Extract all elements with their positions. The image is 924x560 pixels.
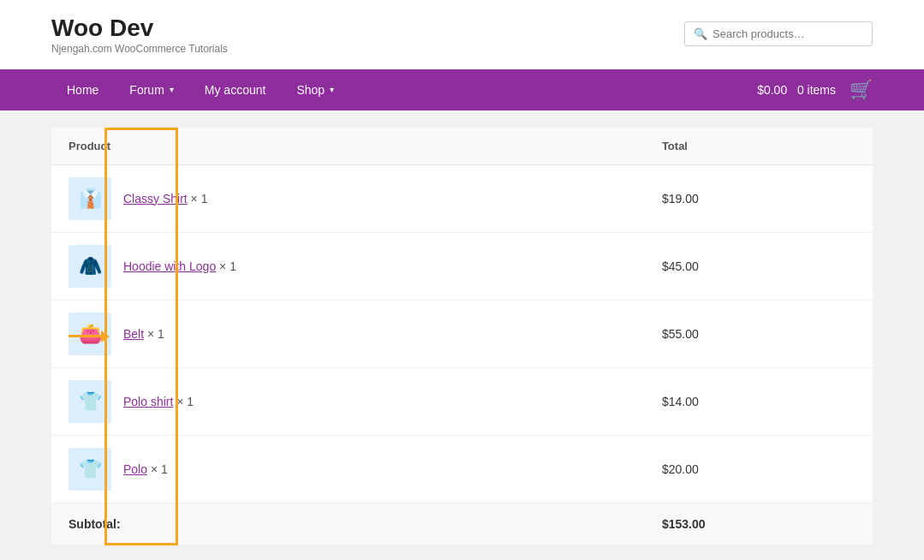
product-image-1: 🧥 xyxy=(69,245,111,288)
cart-total: $0.00 0 items xyxy=(757,83,836,97)
nav-item-home[interactable]: Home xyxy=(51,69,114,110)
table-row: 👕 Polo × 1 $20.00 xyxy=(51,435,873,503)
nav-left: Home Forum ▾ My account Shop ▾ xyxy=(51,69,349,110)
subtotal-value: $153.00 xyxy=(645,503,873,545)
product-link-3[interactable]: Polo shirt xyxy=(123,395,173,408)
product-price-0: $19.00 xyxy=(645,164,873,232)
product-cell-4: 👕 Polo × 1 xyxy=(51,435,645,503)
table-row: 👕 Polo shirt × 1 $14.00 xyxy=(51,367,873,435)
product-price-4: $20.00 xyxy=(645,435,873,503)
product-price-2: $55.00 xyxy=(645,300,873,367)
arrow-head xyxy=(101,331,110,343)
product-qty-4: × 1 xyxy=(151,462,168,476)
site-branding: Woo Dev Njengah.com WooCommerce Tutorial… xyxy=(51,14,228,55)
annotation-wrapper: Product Total 👔 Classy Shirt × 1 $19.00 xyxy=(51,128,873,545)
col-header-product: Product xyxy=(51,128,645,165)
product-image-0: 👔 xyxy=(69,177,111,220)
table-row: 👛 Belt × 1 $55.00 xyxy=(51,300,873,367)
product-qty-2: × 1 xyxy=(147,327,164,341)
chevron-down-icon: ▾ xyxy=(330,85,334,94)
product-cell-1: 🧥 Hoodie with Logo × 1 xyxy=(51,232,645,300)
search-input[interactable] xyxy=(712,27,863,40)
nav-item-shop[interactable]: Shop ▾ xyxy=(281,69,349,110)
main-nav: Home Forum ▾ My account Shop ▾ $0.00 0 i… xyxy=(0,69,924,110)
col-header-total: Total xyxy=(645,128,873,165)
nav-right: $0.00 0 items 🛒 xyxy=(757,79,873,101)
product-cell-2: 👛 Belt × 1 xyxy=(51,300,645,367)
product-qty-0: × 1 xyxy=(191,192,208,206)
site-title: Woo Dev xyxy=(51,14,228,43)
product-link-2[interactable]: Belt xyxy=(123,327,144,341)
cart-table: Product Total 👔 Classy Shirt × 1 $19.00 xyxy=(51,128,873,545)
product-image-4: 👕 xyxy=(69,448,111,491)
arrow-indicator xyxy=(69,331,110,343)
site-subtitle: Njengah.com WooCommerce Tutorials xyxy=(51,43,228,55)
product-cell-0: 👔 Classy Shirt × 1 xyxy=(51,164,645,232)
product-qty-3: × 1 xyxy=(176,395,194,408)
site-header: Woo Dev Njengah.com WooCommerce Tutorial… xyxy=(0,0,924,69)
product-qty-1: × 1 xyxy=(219,259,236,273)
table-row: 👔 Classy Shirt × 1 $19.00 xyxy=(51,164,873,232)
nav-item-myaccount[interactable]: My account xyxy=(189,69,282,110)
nav-item-forum[interactable]: Forum ▾ xyxy=(114,69,188,110)
arrow-line xyxy=(69,335,101,337)
subtotal-label: Subtotal: xyxy=(51,503,645,545)
main-content: Product Total 👔 Classy Shirt × 1 $19.00 xyxy=(51,128,873,545)
product-link-1[interactable]: Hoodie with Logo xyxy=(123,259,216,273)
product-link-4[interactable]: Polo xyxy=(123,462,147,476)
table-row: 🧥 Hoodie with Logo × 1 $45.00 xyxy=(51,232,873,300)
product-cell-3: 👕 Polo shirt × 1 xyxy=(51,367,645,435)
search-bar[interactable]: 🔍 xyxy=(684,21,873,46)
product-price-1: $45.00 xyxy=(645,232,873,300)
product-price-3: $14.00 xyxy=(645,367,873,435)
subtotal-row: Subtotal: $153.00 xyxy=(51,503,873,545)
product-image-3: 👕 xyxy=(69,380,111,423)
search-icon: 🔍 xyxy=(694,27,707,40)
chevron-down-icon: ▾ xyxy=(170,85,174,94)
cart-icon[interactable]: 🛒 xyxy=(849,79,873,101)
product-link-0[interactable]: Classy Shirt xyxy=(123,192,188,206)
